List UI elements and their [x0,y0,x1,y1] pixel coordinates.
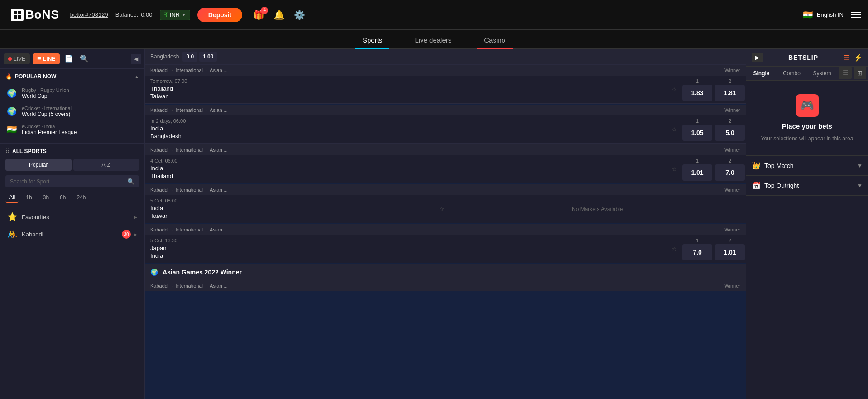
live-button[interactable]: LIVE [4,53,30,64]
match-asian-6: Asian ... [210,283,228,288]
match-team1-4: India [150,205,429,212]
currency-selector[interactable]: ₹ INR ▼ [160,10,190,20]
username-link[interactable]: bettor#708129 [70,11,108,18]
match-cat-5: Kabaddi [150,227,168,232]
match-row-5: 5 Oct, 13:30 Japan India ☆ 1 7.0 2 1.01 [145,235,746,263]
betslip-empty-icon: 🎮 [796,94,819,117]
match-star-5[interactable]: ☆ [667,235,681,263]
sidebar-search-icon[interactable]: 🔍 [78,53,91,65]
betslip-extra-1[interactable]: ☰ [839,67,852,79]
betslip-tab-combo[interactable]: Combo [777,67,807,80]
hamburger-menu[interactable] [851,12,861,18]
sep-3a: · [171,147,173,153]
odd-btn-2-5[interactable]: 1.01 [715,244,745,260]
match-team2-1: Taiwan [150,93,662,100]
match-cat-6: Kabaddi [150,283,168,288]
odd-btn-1-2[interactable]: 1.05 [682,125,712,141]
sport-tab-az[interactable]: A-Z [73,159,139,171]
match-star-1[interactable]: ☆ [667,76,681,103]
match-group-3: Kabaddi · International · Asian ... Winn… [145,144,746,183]
popular-item-rugby[interactable]: 🌍 Rugby · Rugby Union World Cup [5,84,139,102]
search-sport-container: 🔍 [5,175,139,187]
popular-section: 🔥 POPULAR NOW ▲ 🌍 Rugby · Rugby Union Wo… [0,69,144,144]
top-outright-header[interactable]: 📅 Top Outright ▼ [752,181,863,190]
popular-item-ecricket-wc[interactable]: 🌍 eCricket · International World Cup (5 … [5,102,139,120]
search-sport-input[interactable] [10,178,125,185]
match-asian-4: Asian ... [210,187,228,192]
popular-collapse-icon[interactable]: ▲ [134,74,139,79]
sidebar-collapse-button[interactable]: ◀ [131,54,141,64]
time-filter-24h[interactable]: 24h [73,192,89,203]
match-star-3[interactable]: ☆ [667,155,681,183]
sep-4b: · [206,187,207,192]
match-star-4[interactable]: ☆ [435,195,449,223]
odd-label-2-1: 2 [729,78,731,84]
popular-item-ipl[interactable]: 🇮🇳 eCricket · India Indian Premier Leagu… [5,120,139,139]
sport-item-kabaddi[interactable]: 🤼 Kabaddi 30 ▶ [5,226,139,243]
odd-btn-1-1[interactable]: 1.83 [682,85,712,101]
match-intl-6: International [175,283,203,288]
gift-icon-button[interactable]: 🎁 4 [253,10,264,20]
betslip-lightning-icon[interactable]: ⚡ [854,53,863,62]
sport-item-favourites[interactable]: ⭐ Favourites ▶ [5,208,139,226]
svg-rect-1 [18,11,21,14]
odd-col-2-3: 2 7.0 [714,155,746,183]
odd-label-2-2: 2 [729,118,731,124]
sport-tab-popular[interactable]: Popular [5,159,72,171]
match-team1-1: Thailand [150,85,662,92]
odd-btn-2-1[interactable]: 1.81 [715,85,745,101]
sep-5b: · [206,227,207,232]
bangladesh-odd2[interactable]: 1.00 [199,52,217,62]
crown-icon: 👑 [752,161,761,170]
betslip-tab-system[interactable]: System [807,67,837,80]
betslip-tab-single[interactable]: Single [746,67,777,80]
settings-icon-button[interactable]: ⚙️ [294,10,305,20]
betslip-extra-2[interactable]: ⊞ [854,67,866,79]
match-group-header-6: Kabaddi · International · Asian ... Winn… [145,280,746,291]
top-match-header[interactable]: 👑 Top Match ▼ [752,161,863,170]
odd-label-1-5: 1 [696,238,699,243]
betslip-expand-button[interactable]: ▶ [752,53,763,62]
time-filter-6h[interactable]: 6h [56,192,69,203]
line-button[interactable]: ☰ LINE [33,53,60,64]
header: BoNS bettor#708129 Balance: 0.00 ₹ INR ▼… [0,0,868,30]
odd-btn-2-2[interactable]: 5.0 [715,125,745,141]
bell-icon-button[interactable]: 🔔 [273,10,285,20]
live-label: LIVE [14,56,25,62]
logo: BoNS [7,6,63,24]
sep-6a: · [171,283,173,288]
match-cat-4: Kabaddi [150,187,168,192]
match-group-header-1: Kabaddi · International · Asian ... Winn… [145,65,746,76]
odd-btn-1-3[interactable]: 1.01 [682,164,712,181]
time-filter-1h[interactable]: 1h [22,192,35,203]
kabaddi-icon: 🤼 [7,229,17,239]
match-info-4: 5 Oct, 08:00 India Taiwan [145,195,435,223]
tab-live-dealers[interactable]: Live dealers [408,33,459,49]
time-filter-3h[interactable]: 3h [39,192,53,203]
match-team1-3: India [150,165,662,172]
live-dot [8,57,12,61]
header-icons: 🎁 4 🔔 ⚙️ [253,10,305,20]
world-event-icon: 🌍 [150,269,158,276]
sidebar-doc-icon[interactable]: 📄 [62,53,75,65]
time-filter-all[interactable]: All [5,192,19,203]
match-team2-3: Thailand [150,173,662,179]
match-team1-2: India [150,125,662,132]
sidebar-top: LIVE ☰ LINE 📄 🔍 ◀ [0,49,144,69]
odd-btn-2-3[interactable]: 7.0 [715,164,745,181]
betslip-list-icon[interactable]: ☰ [844,53,850,62]
betslip-empty-title: Place your bets [782,122,832,130]
popular-item-cat-ecricket-wc: eCricket · International [22,106,72,111]
match-star-2[interactable]: ☆ [667,115,681,143]
bangladesh-odd1[interactable]: 0.0 [182,52,197,62]
sep-2a: · [171,107,173,113]
tab-sports[interactable]: Sports [355,33,389,49]
favourites-icon: ⭐ [7,212,17,222]
tab-casino[interactable]: Casino [477,33,513,49]
odd-btn-1-5[interactable]: 7.0 [682,244,712,260]
popular-item-info-ipl: eCricket · India Indian Premier League [22,124,77,135]
flag-icon: 🇮🇳 [801,9,814,21]
language-selector[interactable]: 🇮🇳 English IN [801,9,844,21]
deposit-button[interactable]: Deposit [197,8,242,22]
logo-icon [11,9,24,21]
